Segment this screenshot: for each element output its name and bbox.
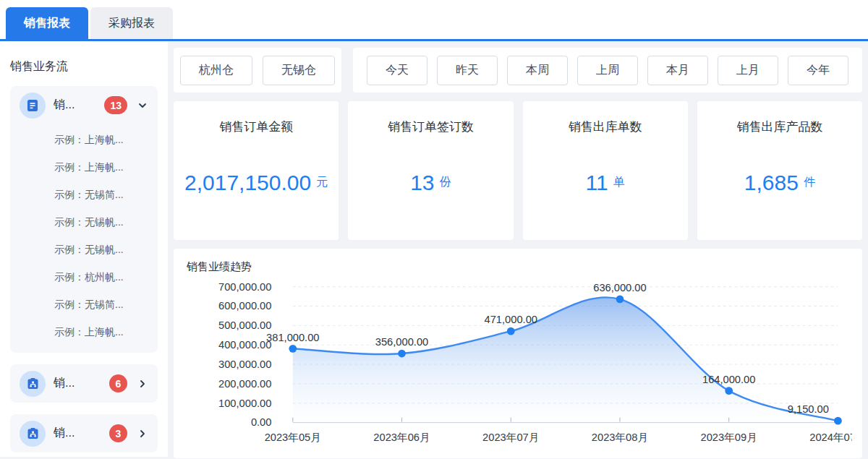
list-item[interactable]: 示例：无锡简... [10, 291, 158, 318]
warehouse-button-hangzhou[interactable]: 杭州仓 [180, 56, 252, 85]
date-button-this-year[interactable]: 今年 [788, 56, 848, 85]
date-button-this-week[interactable]: 本周 [507, 56, 568, 85]
sidebar-title: 销售业务流 [10, 41, 158, 86]
svg-text:2023年06月: 2023年06月 [373, 432, 430, 443]
filter-row: 杭州仓 无锡仓 今天 昨天 本周 上周 本月 上月 今年 [174, 48, 862, 93]
warehouse-filter-panel: 杭州仓 无锡仓 [174, 48, 341, 93]
flow-group-1-items: 示例：上海帆... 示例：上海帆... 示例：无锡简... 示例：无锡帆... … [10, 124, 158, 353]
date-button-last-month[interactable]: 上月 [718, 56, 778, 85]
date-button-this-month[interactable]: 本月 [647, 56, 708, 85]
stat-unit: 单 [613, 175, 625, 190]
stat-unit: 元 [316, 175, 328, 190]
svg-text:9,150.00: 9,150.00 [788, 403, 829, 415]
svg-text:2023年05月: 2023年05月 [265, 432, 321, 443]
trend-chart-canvas[interactable]: 0.00100,000.00200,000.00300,000.00400,00… [187, 277, 852, 454]
list-item[interactable]: 示例：上海帆... [10, 126, 158, 153]
svg-text:381,000.00: 381,000.00 [266, 332, 319, 343]
list-item[interactable]: 示例：上海帆... [10, 318, 158, 346]
svg-text:636,000.00: 636,000.00 [593, 282, 646, 293]
flow-group-2-count-badge: 6 [109, 374, 127, 392]
clipboard-flow-icon [20, 421, 46, 447]
stat-value: 1,685 [744, 171, 799, 195]
list-item[interactable]: 示例：无锡帆... [10, 236, 158, 263]
svg-text:356,000.00: 356,000.00 [375, 336, 428, 348]
report-tabbar: 销售报表 采购报表 [0, 0, 868, 41]
flow-group-3-header[interactable]: 销... 3 [10, 414, 158, 452]
list-item[interactable]: 示例：杭州帆... [10, 263, 158, 291]
page-body: 销售业务流 销... 13 [0, 41, 868, 457]
svg-text:400,000.00: 400,000.00 [218, 339, 271, 351]
stat-card-outbound-orders: 销售出库单数 11 单 [523, 101, 688, 240]
svg-text:2023年08月: 2023年08月 [592, 432, 648, 443]
list-item[interactable]: 示例：上海帆... [10, 153, 158, 181]
flow-group-3-label: 销... [54, 426, 109, 441]
flow-group-3: 销... 3 [10, 414, 158, 452]
date-button-last-week[interactable]: 上周 [577, 56, 638, 85]
svg-text:164,000.00: 164,000.00 [702, 374, 755, 385]
stat-value: 11 [586, 171, 608, 195]
document-icon [20, 93, 46, 119]
svg-text:200,000.00: 200,000.00 [218, 378, 271, 390]
stat-card-outbound-products: 销售出库产品数 1,685 件 [697, 101, 862, 240]
list-item[interactable]: 示例：无锡简... [10, 181, 158, 208]
tab-purchase-report[interactable]: 采购报表 [90, 7, 173, 39]
flow-group-1-header[interactable]: 销... 13 [10, 86, 158, 124]
stat-card-row: 销售订单金额 2,017,150.00 元 销售订单签订数 13 份 销售出库单… [174, 101, 862, 240]
stat-card-orders-signed: 销售订单签订数 13 份 [348, 101, 513, 240]
warehouse-button-wuxi[interactable]: 无锡仓 [263, 56, 335, 85]
flow-group-1-count-badge: 13 [104, 96, 127, 114]
svg-text:2024年07月: 2024年07月 [809, 432, 852, 443]
flow-group-2-header[interactable]: 销... 6 [10, 364, 158, 403]
stat-value: 2,017,150.00 [184, 171, 311, 195]
stat-card-order-amount: 销售订单金额 2,017,150.00 元 [174, 101, 339, 240]
stat-unit: 份 [440, 175, 451, 190]
svg-text:0.00: 0.00 [251, 417, 272, 429]
svg-text:2023年07月: 2023年07月 [482, 432, 539, 443]
sidebar-business-flow: 销售业务流 销... 13 [0, 41, 168, 457]
flow-group-2-label: 销... [54, 376, 109, 391]
clipboard-flow-icon [20, 371, 46, 397]
list-item[interactable]: 示例：无锡帆... [10, 208, 158, 236]
flow-group-1-label: 销... [54, 98, 104, 113]
svg-text:100,000.00: 100,000.00 [218, 398, 271, 409]
tab-sales-report[interactable]: 销售报表 [6, 7, 88, 39]
flow-group-1: 销... 13 示例：上海帆... 示例：上海帆... 示例：无锡简... 示例… [10, 86, 158, 353]
svg-text:500,000.00: 500,000.00 [218, 319, 271, 331]
flow-group-3-count-badge: 3 [109, 424, 127, 442]
svg-text:300,000.00: 300,000.00 [218, 359, 271, 370]
flow-group-2: 销... 6 [10, 364, 158, 403]
chart-title: 销售业绩趋势 [187, 260, 852, 274]
stat-value: 13 [410, 171, 434, 195]
svg-text:600,000.00: 600,000.00 [218, 300, 271, 312]
stat-unit: 件 [804, 175, 815, 190]
sales-trend-panel: 销售业绩趋势 0.00100,000.00200,000.00300,000.0… [174, 249, 862, 458]
date-button-today[interactable]: 今天 [367, 56, 427, 85]
chevron-down-icon[interactable] [137, 100, 148, 111]
svg-text:471,000.00: 471,000.00 [485, 314, 537, 325]
chevron-right-icon[interactable] [137, 378, 148, 390]
date-button-yesterday[interactable]: 昨天 [437, 56, 498, 85]
date-filter-panel: 今天 昨天 本周 上周 本月 上月 今年 [353, 48, 862, 93]
svg-text:700,000.00: 700,000.00 [218, 281, 271, 293]
main-content: 杭州仓 无锡仓 今天 昨天 本周 上周 本月 上月 今年 销售订单金额 2,01… [174, 41, 868, 457]
chevron-right-icon[interactable] [137, 428, 148, 439]
svg-text:2023年09月: 2023年09月 [701, 432, 757, 443]
